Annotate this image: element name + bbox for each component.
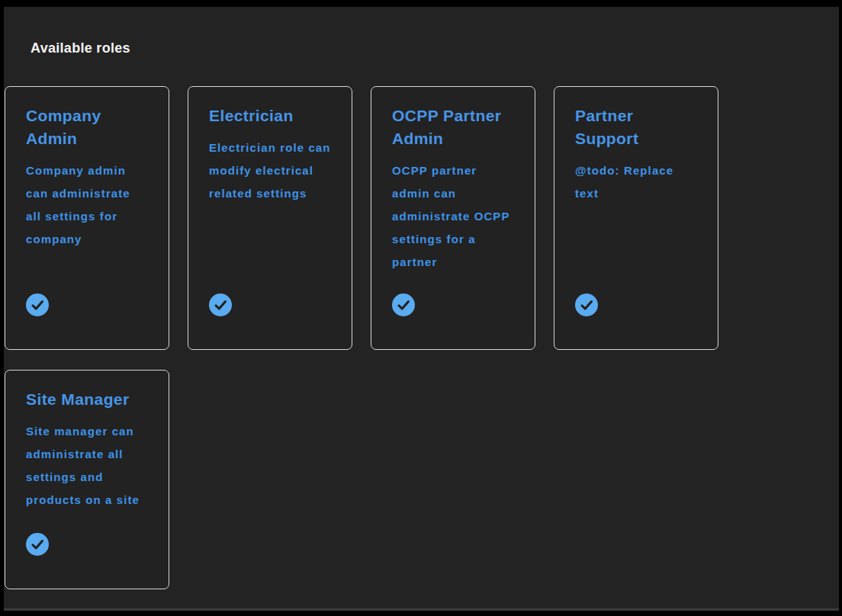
check-circle-icon[interactable]: [209, 294, 232, 316]
role-description: Company admin can administrate all setti…: [26, 159, 148, 251]
role-title: Partner Support: [575, 104, 699, 150]
role-card-electrician[interactable]: Electrician Electrician role can modify …: [188, 86, 352, 350]
page-title: Available roles: [31, 40, 839, 56]
roles-grid: Company Admin Company admin can administ…: [4, 86, 839, 589]
check-circle-icon[interactable]: [392, 294, 415, 316]
role-title: Company Admin: [26, 104, 150, 150]
bottom-divider: [4, 608, 839, 611]
role-description: @todo: Replace text: [575, 159, 697, 205]
content-area: Available roles Company Admin Company ad…: [4, 7, 839, 611]
role-title: OCPP Partner Admin: [392, 104, 516, 150]
role-card-site-manager[interactable]: Site Manager Site manager can administra…: [5, 370, 169, 589]
check-circle-icon[interactable]: [26, 294, 49, 316]
role-description: OCPP partner admin can administrate OCPP…: [392, 159, 514, 274]
check-circle-icon[interactable]: [26, 533, 49, 556]
role-card-partner-support[interactable]: Partner Support @todo: Replace text: [554, 86, 718, 350]
role-description: Electrician role can modify electrical r…: [209, 136, 331, 205]
role-description: Site manager can administrate all settin…: [26, 420, 148, 512]
role-title: Electrician: [209, 104, 333, 127]
role-card-ocpp-partner-admin[interactable]: OCPP Partner Admin OCPP partner admin ca…: [371, 86, 535, 350]
role-title: Site Manager: [26, 388, 150, 411]
check-circle-icon[interactable]: [575, 294, 598, 316]
role-card-company-admin[interactable]: Company Admin Company admin can administ…: [5, 86, 169, 350]
